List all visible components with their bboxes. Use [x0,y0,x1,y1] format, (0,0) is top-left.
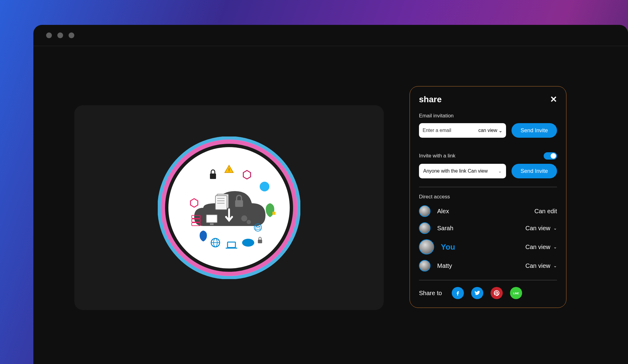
invite-link-label: Invite with a link [419,153,455,159]
email-permission-dropdown[interactable]: can view ⌄ [478,128,502,133]
svg-rect-10 [210,223,214,225]
user-permission[interactable]: Can view⌄ [525,225,557,232]
chevron-down-icon: ⌄ [498,128,502,133]
content-area: ! [33,46,628,364]
chevron-down-icon: ⌄ [498,169,502,174]
svg-rect-8 [235,200,243,207]
user-permission[interactable]: Can view⌄ [525,262,557,269]
email-invitation-label: Email invitation [419,113,557,119]
email-placeholder: Enter a email [423,128,451,133]
svg-text:!: ! [228,167,230,172]
svg-rect-4 [215,196,227,210]
avatar [419,260,430,271]
user-permission: Can edit [535,208,557,215]
svg-rect-16 [272,212,275,215]
close-icon[interactable]: ✕ [550,94,557,104]
user-row: SarahCan view⌄ [419,222,557,234]
user-name: You [441,242,455,252]
link-toggle[interactable] [544,152,557,160]
facebook-icon[interactable] [452,287,464,299]
avatar [419,205,430,217]
svg-rect-26 [258,240,262,243]
svg-point-11 [241,215,247,221]
svg-rect-14 [210,174,216,179]
svg-text:LINE: LINE [513,292,519,295]
pinterest-icon[interactable] [491,287,503,299]
direct-access-label: Direct access [419,194,557,200]
svg-point-15 [260,182,269,191]
chevron-down-icon: ⌄ [553,226,557,231]
user-row: AlexCan edit [419,205,557,217]
user-row: MattyCan view⌄ [419,260,557,271]
avatar [419,222,430,234]
link-permission-select[interactable]: Anyone with the link Can view ⌄ [419,164,506,178]
app-window: ! [33,25,628,364]
user-row: YouCan view⌄ [419,239,557,254]
chevron-down-icon: ⌄ [553,263,557,268]
divider [419,280,557,280]
svg-point-25 [242,239,254,247]
svg-rect-9 [206,215,217,223]
titlebar [33,25,628,46]
toggle-thumb [551,153,556,159]
share-panel: share ✕ Email invitation Enter a email c… [410,86,566,308]
traffic-light-minimize[interactable] [57,32,63,38]
user-permission[interactable]: Can view⌄ [525,244,557,251]
send-invite-email-button[interactable]: Send Invite [512,123,557,138]
chevron-down-icon: ⌄ [553,244,557,249]
email-input[interactable]: Enter a email can view ⌄ [419,123,506,138]
user-name: Alex [437,208,449,215]
traffic-light-close[interactable] [46,32,52,38]
share-title: share [419,95,442,104]
send-invite-link-button[interactable]: Send Invite [512,164,557,178]
avatar [419,239,434,254]
divider [419,187,557,187]
twitter-icon[interactable] [471,287,483,299]
user-name: Matty [437,262,452,269]
user-name: Sarah [437,225,453,232]
share-to-label: Share to [419,290,442,297]
traffic-light-maximize[interactable] [69,32,74,38]
line-icon[interactable]: LINE [510,287,522,299]
cloud-security-illustration: ! [158,136,300,279]
preview-card: ! [74,105,384,310]
svg-point-12 [247,220,251,224]
